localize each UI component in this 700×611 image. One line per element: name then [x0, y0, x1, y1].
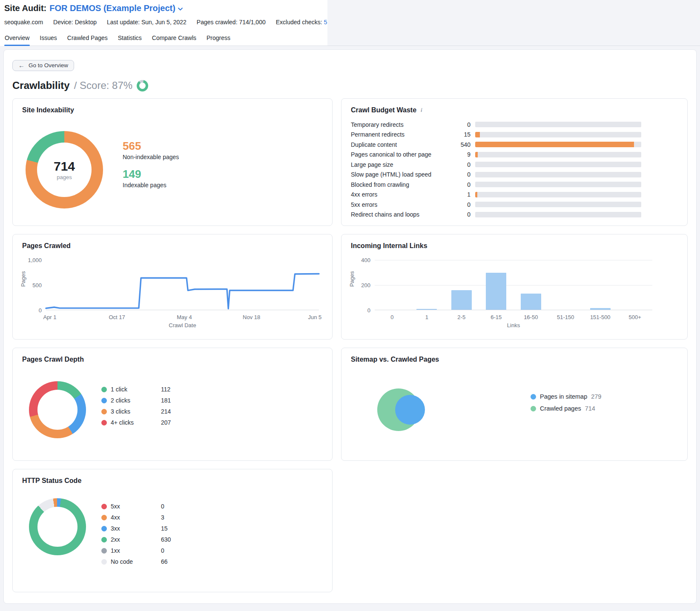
- budget-row-value: 0: [456, 181, 470, 188]
- legend-value: 214: [152, 408, 171, 415]
- budget-row-value: 1: [456, 191, 470, 198]
- budget-row-label: Slow page (HTML) load speed: [351, 171, 451, 178]
- venn-legend-item: Pages in sitemap279: [531, 391, 601, 403]
- budget-row: Pages canonical to other page9: [351, 150, 641, 160]
- budget-row-value: 0: [456, 201, 470, 208]
- card-title: Pages Crawled: [22, 242, 323, 250]
- venn-legend-label: Pages in sitemap: [540, 393, 587, 400]
- budget-row-label: Large page size: [351, 161, 451, 168]
- bar-slot: [410, 309, 445, 310]
- legend-label: 2xx: [111, 536, 152, 543]
- audit-meta-row: seoquake.com Device: Desktop Last update…: [4, 19, 700, 26]
- site-indexability-stats: 565 Non-indexable pages 149 Indexable pa…: [123, 140, 179, 208]
- card-title: HTTP Status Code: [22, 477, 323, 485]
- budget-row-label: Duplicate content: [351, 141, 451, 148]
- legend-label: 1xx: [111, 547, 152, 554]
- legend-item: 1xx0: [101, 545, 171, 556]
- pages-crawled-label: Pages crawled: 714/1,000: [197, 19, 266, 26]
- bar-slot: [514, 294, 548, 310]
- budget-row-bar-track: [475, 202, 641, 207]
- legend-value: 66: [152, 558, 171, 565]
- budget-row: 4xx errors1: [351, 190, 641, 200]
- y-axis-tick: 0: [22, 307, 42, 314]
- legend-item: 3 clicks214: [101, 406, 171, 417]
- legend-dot-crawled-pages: [531, 406, 536, 411]
- bar-slot: [479, 273, 514, 310]
- venn-legend-value: 714: [585, 405, 595, 412]
- x-axis-tick: 6-15: [491, 314, 502, 320]
- legend-dot-pages-in-sitemap: [531, 394, 536, 400]
- domain-label: seoquake.com: [4, 19, 43, 26]
- http-status-body: 5xx04xx33xx152xx6301xx0No code66: [22, 498, 323, 567]
- x-axis-tick: Oct 17: [109, 314, 125, 320]
- crawlability-panel: ← Go to Overview Crawlability / Score: 8…: [3, 49, 697, 604]
- legend-item: 3xx15: [101, 523, 171, 534]
- legend-label: 3 clicks: [111, 408, 152, 415]
- x-axis-tick: 2-5: [457, 314, 465, 320]
- card-title: Sitemap vs. Crawled Pages: [351, 356, 678, 363]
- tab-issues[interactable]: Issues: [39, 32, 57, 46]
- x-axis-label: Crawl Date: [169, 322, 196, 328]
- pages-crawled-line-svg: [46, 260, 319, 310]
- y-axis-tick: 0: [351, 307, 370, 314]
- budget-row: Duplicate content540: [351, 140, 641, 150]
- bar-plot-area: [375, 260, 652, 310]
- card-title: Incoming Internal Links: [351, 242, 678, 250]
- info-icon[interactable]: i: [420, 107, 423, 114]
- y-axis-label: Pages: [349, 271, 355, 287]
- venn-legend-value: 279: [591, 393, 601, 400]
- x-axis-tick: 151-500: [590, 314, 611, 320]
- card-pages-crawl-depth: Pages Crawl Depth 1 click1122 clicks1813…: [12, 348, 333, 461]
- budget-row-bar-track: [475, 172, 641, 177]
- legend-label: 4xx: [111, 514, 152, 521]
- x-axis-tick: 16-50: [524, 314, 538, 320]
- x-axis-tick: Jun 5: [308, 314, 321, 320]
- crawl-depth-body: 1 click1122 clicks1813 clicks2144+ click…: [22, 381, 323, 438]
- y-axis-tick: 1,000: [22, 257, 42, 263]
- x-axis-tick: 51-150: [557, 314, 574, 320]
- budget-row: Permanent redirects15: [351, 130, 641, 140]
- score-ring-icon: [137, 80, 148, 91]
- budget-row-bar-track: [475, 212, 641, 217]
- tab-compare-crawls[interactable]: Compare Crawls: [152, 32, 197, 46]
- http-status-donut-chart: [29, 498, 86, 555]
- legend-value: 15: [152, 525, 171, 532]
- bar: [451, 290, 472, 310]
- legend-dot-5xx: [101, 504, 107, 509]
- excluded-checks-link[interactable]: 5: [324, 19, 327, 26]
- legend-value: 630: [152, 536, 171, 543]
- tab-statistics[interactable]: Statistics: [118, 32, 142, 46]
- budget-row-bar-track: [475, 152, 641, 157]
- pages-crawled-line-chart: 05001,000PagesApr 1Oct 17May 4Nov 18Jun …: [22, 254, 323, 327]
- x-axis-tick: Apr 1: [43, 314, 56, 320]
- pages-crawled-series-line: [46, 274, 319, 309]
- go-to-overview-button[interactable]: ← Go to Overview: [12, 60, 74, 71]
- bar: [416, 309, 437, 310]
- tab-overview[interactable]: Overview: [4, 32, 30, 46]
- non-indexable-label: Non-indexable pages: [123, 154, 179, 160]
- tab-progress[interactable]: Progress: [206, 32, 231, 46]
- tab-crawled-pages[interactable]: Crawled Pages: [67, 32, 108, 46]
- budget-row-bar-track: [475, 122, 641, 127]
- legend-label: No code: [111, 558, 152, 565]
- legend-dot-no-code: [101, 559, 107, 565]
- legend-value: 0: [152, 547, 171, 554]
- cards-grid: Site Indexability 714 pages 565 Non-inde…: [12, 98, 688, 592]
- project-selector[interactable]: FOR DEMOS (Example Project): [49, 3, 183, 13]
- legend-label: 4+ clicks: [111, 419, 152, 426]
- indexable-label: Indexable pages: [123, 182, 179, 188]
- crawl-depth-donut-chart: [29, 381, 86, 438]
- score-text: / Score: 87%: [74, 80, 132, 91]
- page-title-row: Crawlability / Score: 87%: [12, 80, 688, 91]
- incoming-links-bar-chart: 012-56-1516-5051-150151-500500+0200400Pa…: [351, 254, 678, 327]
- legend-item: 4+ clicks207: [101, 417, 171, 428]
- chevron-down-icon: [178, 8, 183, 11]
- budget-row-bar-fill: [475, 132, 480, 137]
- bar-slot: [583, 308, 618, 310]
- legend-value: 112: [152, 386, 171, 393]
- legend-dot-1xx: [101, 548, 107, 554]
- legend-label: 5xx: [111, 503, 152, 510]
- legend-item: No code66: [101, 556, 171, 567]
- bar: [590, 308, 611, 310]
- card-title: Pages Crawl Depth: [22, 356, 323, 363]
